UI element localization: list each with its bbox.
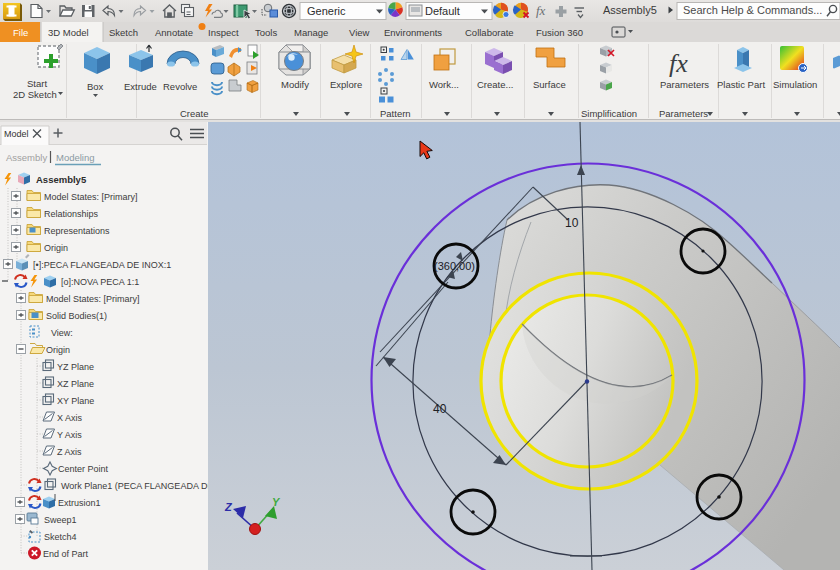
svg-text:Parameters: Parameters <box>660 79 709 90</box>
svg-text:Tools: Tools <box>255 27 277 38</box>
svg-text:Generic: Generic <box>307 5 346 17</box>
svg-text:Y Axis: Y Axis <box>57 430 82 440</box>
svg-text:Annotate: Annotate <box>155 27 193 38</box>
svg-text:[o]:NOVA PECA 1:1: [o]:NOVA PECA 1:1 <box>61 277 139 287</box>
svg-text:[•]:PECA FLANGEADA DE INOX:1: [•]:PECA FLANGEADA DE INOX:1 <box>33 260 171 270</box>
svg-text:Assembly5: Assembly5 <box>36 174 87 185</box>
svg-text:2D Sketch: 2D Sketch <box>13 89 57 100</box>
svg-text:Center Point: Center Point <box>58 464 109 474</box>
svg-text:Extrude: Extrude <box>124 81 157 92</box>
svg-text:(360,00): (360,00) <box>434 260 475 272</box>
svg-text:3D Model: 3D Model <box>48 27 89 38</box>
svg-text:Work...: Work... <box>429 79 459 90</box>
svg-text:Start: Start <box>27 78 47 89</box>
svg-text:Origin: Origin <box>44 243 68 253</box>
svg-text:Sketch4: Sketch4 <box>44 532 77 542</box>
svg-text:Relationships: Relationships <box>44 209 99 219</box>
svg-text:Sweep1: Sweep1 <box>44 515 77 525</box>
svg-text:Default: Default <box>425 5 460 17</box>
svg-text:Assembly5: Assembly5 <box>603 4 657 16</box>
svg-text:File: File <box>13 27 28 38</box>
svg-text:View:: View: <box>51 328 73 338</box>
svg-text:Fusion 360: Fusion 360 <box>536 27 583 38</box>
svg-text:Plastic Part: Plastic Part <box>717 79 765 90</box>
svg-text:Sketch: Sketch <box>109 27 138 38</box>
svg-text:Model: Model <box>4 129 29 139</box>
svg-text:fx: fx <box>536 3 546 18</box>
svg-text:Create...: Create... <box>477 79 513 90</box>
svg-text:40: 40 <box>433 402 447 416</box>
svg-text:Manage: Manage <box>294 27 328 38</box>
svg-text:Environments: Environments <box>384 27 442 38</box>
svg-text:Z Axis: Z Axis <box>57 447 82 457</box>
svg-text:Create: Create <box>180 108 209 119</box>
svg-text:Parameters: Parameters <box>659 108 708 119</box>
svg-text:View: View <box>349 27 370 38</box>
svg-text:Modeling: Modeling <box>56 152 95 163</box>
svg-text:Modify: Modify <box>281 79 309 90</box>
svg-text:XY Plane: XY Plane <box>57 396 94 406</box>
svg-text:XZ Plane: XZ Plane <box>57 379 94 389</box>
svg-text:Explore: Explore <box>330 79 362 90</box>
svg-text:Model States: [Primary]: Model States: [Primary] <box>46 294 140 304</box>
svg-text:Surface: Surface <box>533 79 566 90</box>
svg-text:Model States: [Primary]: Model States: [Primary] <box>44 192 138 202</box>
svg-text:Extrusion1: Extrusion1 <box>58 498 101 508</box>
svg-text:fx: fx <box>669 49 688 78</box>
svg-text:Simplification: Simplification <box>581 108 637 119</box>
svg-text:Assembly: Assembly <box>6 152 47 163</box>
svg-text:Inspect: Inspect <box>208 27 239 38</box>
svg-text:Revolve: Revolve <box>163 81 197 92</box>
svg-text:Solid Bodies(1): Solid Bodies(1) <box>46 311 107 321</box>
svg-text:YZ Plane: YZ Plane <box>57 362 94 372</box>
svg-text:X Axis: X Axis <box>57 413 83 423</box>
svg-text:Collaborate: Collaborate <box>465 27 514 38</box>
svg-text:Box: Box <box>87 81 104 92</box>
svg-text:Origin: Origin <box>46 345 70 355</box>
svg-text:Pattern: Pattern <box>380 108 411 119</box>
svg-text:Work Plane1 (PECA FLANGEADA DE: Work Plane1 (PECA FLANGEADA DE <box>61 481 208 491</box>
svg-text:Representations: Representations <box>44 226 110 236</box>
svg-text:Z: Z <box>224 501 233 513</box>
svg-text:10: 10 <box>565 216 579 230</box>
svg-text:Simulation: Simulation <box>773 79 817 90</box>
svg-text:End of Part: End of Part <box>43 549 89 559</box>
svg-text:Search Help & Commands...: Search Help & Commands... <box>683 4 822 16</box>
